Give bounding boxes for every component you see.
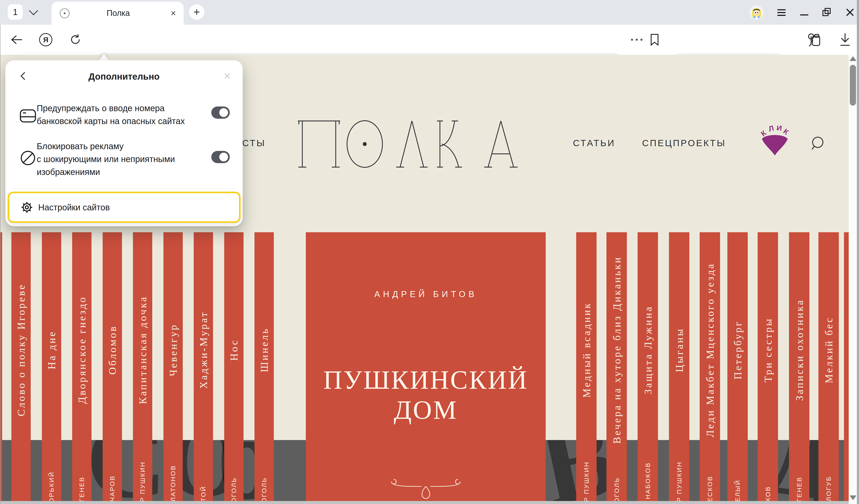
book-spine-title: Слово о полку Игореве (15, 283, 27, 416)
book-spine-author: НЧАРОВ (109, 475, 116, 501)
close-window-button[interactable] (845, 7, 855, 17)
book-spine[interactable]: Петербург БЕЛЫЙ (727, 232, 748, 501)
shelf-bottom-edge (0, 501, 849, 504)
book-spine[interactable] (844, 232, 849, 501)
book-spine[interactable]: Записки охотника РГЕНЕВ (789, 232, 809, 501)
avatar[interactable] (750, 5, 764, 19)
yandex-home-button[interactable]: Я (38, 25, 53, 55)
book-spine[interactable]: Чевенгур ПЛАТОНОВ (163, 232, 183, 501)
password-manager-icon[interactable] (804, 25, 824, 55)
scrollbar-thumb[interactable] (850, 65, 856, 106)
book-spine[interactable]: Нос ГОГОЛЬ (224, 232, 243, 501)
featured-book-pushkinsky-dom[interactable]: АНДРЕЙ БИТОВ ПУШКИНСКИЙ ДОМ (306, 232, 546, 501)
book-spine-author: ДР ПУШКИН (139, 461, 146, 501)
nav-item-articles[interactable]: СТАТЬИ (573, 138, 615, 148)
menu-hamburger-button[interactable] (777, 7, 786, 17)
book-spine-author: ГОГОЛЬ (230, 477, 238, 501)
book-spine[interactable]: Дворянское гнездо РГЕНЕВ (72, 232, 91, 501)
scrollbar-down-arrow[interactable] (849, 495, 856, 500)
gear-icon (20, 200, 34, 214)
book-spine[interactable]: Обломов НЧАРОВ (103, 232, 122, 501)
restore-window-button[interactable] (822, 7, 832, 17)
book-spine[interactable]: Медный всадник ДР ПУШКИН (576, 232, 597, 501)
search-icon[interactable] (810, 136, 825, 151)
window-controls (750, 0, 855, 25)
book-spine-author: РГЕНЕВ (78, 476, 86, 501)
book-spine[interactable]: Три сестры ЕХОВ (758, 232, 778, 501)
book-spine-author: БЕЛЫЙ (734, 479, 741, 501)
book-spine-author: ЕХОВ (764, 486, 772, 501)
book-spine[interactable]: Защита Лужина Р НАБОКОВ (637, 232, 658, 501)
site-settings-item-highlighted[interactable]: Настройки сайтов (8, 192, 241, 223)
panel-divider (13, 188, 235, 189)
panel-title: Дополнительно (5, 72, 243, 82)
book-spine-title: Хаджи-Мурат (198, 311, 209, 389)
book-spine[interactable]: Капитанская дочка ДР ПУШКИН (133, 232, 152, 501)
downloads-button[interactable] (835, 25, 855, 55)
refresh-button[interactable] (68, 25, 83, 55)
book-spine[interactable]: На дне ГОРЬКИЙ (42, 232, 61, 501)
book-spine[interactable]: Цыганы ДР ПУШКИН (669, 232, 689, 501)
svg-text:И: И (776, 125, 782, 132)
book-spine-title: Шинель (258, 327, 270, 372)
featured-book-title: ПУШКИНСКИЙ (306, 365, 546, 395)
book-spine-title: Капитанская дочка (137, 295, 149, 404)
tab-title: Полка (70, 9, 167, 18)
window-border (0, 25, 0, 504)
book-spine-title: Защита Лужина (642, 305, 654, 394)
book-spine-title: Записки охотника (793, 299, 805, 401)
book-spine[interactable]: Слово о полку Игореве (11, 232, 31, 501)
back-button[interactable] (9, 25, 24, 55)
klik-logo[interactable]: К Л И К (758, 125, 792, 158)
book-spine-author: ДР ПУШКИН (583, 461, 590, 501)
tab-polka[interactable]: Полка × (51, 2, 184, 25)
book-spine-title: Медный всадник (581, 302, 592, 398)
book-spine[interactable]: Мелкий бес ОЛОГУБ (818, 232, 839, 501)
new-tab-button[interactable]: + (189, 4, 205, 20)
bookmark-icon[interactable] (646, 25, 663, 55)
book-spine-author: ГОРЬКИЙ (48, 471, 55, 501)
tab-strip: 1 Полка × + (0, 0, 859, 25)
book-spine-title: Цыганы (673, 327, 685, 372)
book-spine-author: СТОЙ (200, 486, 207, 501)
book-spine-author: РГЕНЕВ (796, 476, 803, 501)
tab-list-chevron-button[interactable] (25, 4, 42, 20)
book-spine[interactable]: Вечера на хуторе близ Диканьки ГОГОЛЬ (606, 232, 627, 501)
book-spine-author: ГОГОЛЬ (613, 477, 620, 501)
book-spine-title: Обломов (106, 325, 118, 375)
block-ads-toggle-on[interactable] (211, 151, 230, 163)
block-ads-line3: изображениями (37, 166, 175, 178)
flourish-ornament (385, 473, 467, 500)
card-warning-toggle-on[interactable] (211, 106, 230, 119)
panel-close-icon[interactable]: × (221, 70, 233, 82)
book-spine-title: Три сестры (762, 318, 774, 382)
book-spine[interactable]: Хаджи-Мурат СТОЙ (194, 232, 213, 501)
svg-text:К: К (782, 127, 790, 136)
nav-item-specials[interactable]: СПЕЦПРОЕКТЫ (642, 138, 726, 148)
site-settings-label: Настройки сайтов (38, 202, 110, 212)
book-spine-title: Вечера на хуторе близ Диканьки (611, 256, 622, 444)
book-spine[interactable]: Шинель ГОГОЛЬ (255, 232, 274, 501)
card-warning-line1: Предупреждать о вводе номера (37, 102, 185, 114)
scrollbar-up-arrow[interactable] (849, 56, 856, 61)
scrollbar[interactable] (849, 55, 857, 504)
book-spine-title: Мелкий бес (823, 316, 834, 383)
book-spine-author: ДР ПУШКИН (676, 461, 683, 501)
more-actions-button[interactable] (628, 25, 645, 55)
window-border (857, 0, 859, 504)
book-spine[interactable]: Леди Макбет Мценского уезда ЛЕСКОВ (700, 232, 720, 501)
additional-settings-panel: Дополнительно × Предупреждать о вводе но… (5, 60, 243, 226)
card-warning-line2: банковской карты на опасных сайтах (37, 114, 185, 127)
site-logo-polka[interactable] (296, 119, 552, 169)
book-spine-title: На дне (46, 330, 57, 369)
minimize-button[interactable] (799, 7, 809, 17)
shelf-photo-letter: С (86, 440, 167, 501)
tab-favicon-icon (60, 9, 70, 18)
nav-item-partial[interactable]: СТЫ (242, 138, 266, 148)
tab-counter-button[interactable]: 1 (8, 4, 23, 20)
book-spine-author: ОЛОГУБ (825, 476, 832, 501)
book-spine-title: Леди Макбет Мценского уезда (704, 262, 716, 437)
svg-text:Л: Л (768, 125, 774, 133)
tab-close-icon[interactable]: × (167, 7, 180, 20)
block-ads-line2: с шокирующими или неприятными (37, 153, 175, 166)
